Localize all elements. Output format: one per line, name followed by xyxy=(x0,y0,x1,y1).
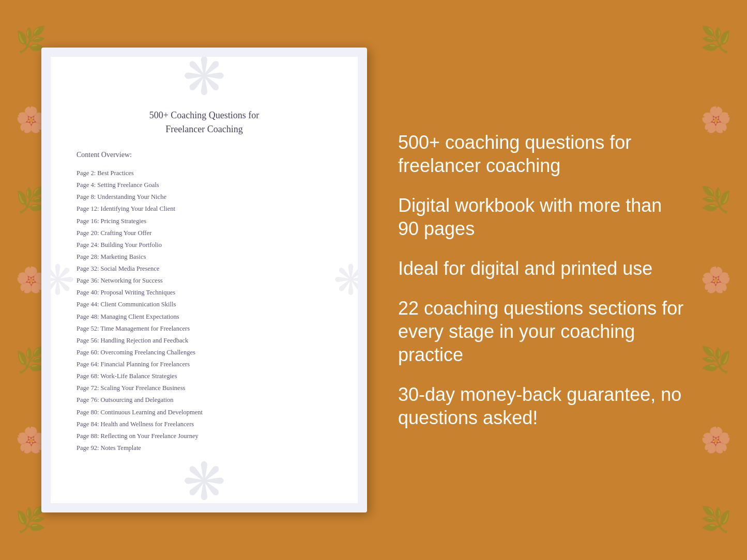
document-title: 500+ Coaching Questions for Freelancer C… xyxy=(77,108,332,136)
marketing-point: Digital workbook with more than 90 pages xyxy=(398,194,685,240)
content-overview-label: Content Overview: xyxy=(77,151,332,159)
toc-item: Page 12: Identifying Your Ideal Client xyxy=(77,203,332,215)
toc-item: Page 84: Health and Wellness for Freelan… xyxy=(77,418,332,430)
watermark-right-icon: ❋ xyxy=(333,256,358,304)
toc-item: Page 72: Scaling Your Freelance Business xyxy=(77,382,332,394)
toc-item: Page 24: Building Your Portfolio xyxy=(77,239,332,251)
toc-item: Page 2: Best Practices xyxy=(77,167,332,179)
toc-item: Page 60: Overcoming Freelancing Challeng… xyxy=(77,347,332,359)
toc-item: Page 44: Client Communication Skills xyxy=(77,299,332,310)
toc-item: Page 36: Networking for Success xyxy=(77,275,332,287)
watermark-left-icon: ❋ xyxy=(51,256,75,304)
toc-item: Page 32: Social Media Presence xyxy=(77,263,332,275)
marketing-point: Ideal for digital and printed use xyxy=(398,257,685,280)
document-inner: ❋ ❋ ❋ ❋ 500+ Coaching Questions for Free… xyxy=(51,57,358,503)
toc-item: Page 92: Notes Template xyxy=(77,442,332,454)
toc-item: Page 48: Managing Client Expectations xyxy=(77,311,332,323)
marketing-section: 500+ coaching questions for freelancer c… xyxy=(398,131,695,429)
toc-item: Page 16: Pricing Strategies xyxy=(77,215,332,227)
main-content: ❋ ❋ ❋ ❋ 500+ Coaching Questions for Free… xyxy=(0,0,747,560)
toc-item: Page 40: Proposal Writing Techniques xyxy=(77,287,332,299)
toc-item: Page 88: Reflecting on Your Freelance Jo… xyxy=(77,430,332,442)
table-of-contents: Page 2: Best PracticesPage 4: Setting Fr… xyxy=(77,167,332,483)
watermark-top-icon: ❋ xyxy=(182,57,226,103)
toc-item: Page 4: Setting Freelance Goals xyxy=(77,179,332,191)
toc-item: Page 64: Financial Planning for Freelanc… xyxy=(77,359,332,370)
document-preview: ❋ ❋ ❋ ❋ 500+ Coaching Questions for Free… xyxy=(41,48,367,512)
toc-item: Page 8: Understanding Your Niche xyxy=(77,191,332,203)
toc-item: Page 28: Marketing Basics xyxy=(77,251,332,263)
marketing-point: 22 coaching questions sections for every… xyxy=(398,297,685,366)
toc-item: Page 52: Time Management for Freelancers xyxy=(77,323,332,335)
toc-item: Page 80: Continuous Learning and Develop… xyxy=(77,407,332,418)
toc-item: Page 20: Crafting Your Offer xyxy=(77,227,332,239)
marketing-point: 500+ coaching questions for freelancer c… xyxy=(398,131,685,177)
toc-item: Page 56: Handling Rejection and Feedback xyxy=(77,335,332,347)
marketing-point: 30-day money-back guarantee, no question… xyxy=(398,383,685,429)
toc-item: Page 68: Work-Life Balance Strategies xyxy=(77,370,332,382)
toc-item: Page 76: Outsourcing and Delegation xyxy=(77,394,332,406)
